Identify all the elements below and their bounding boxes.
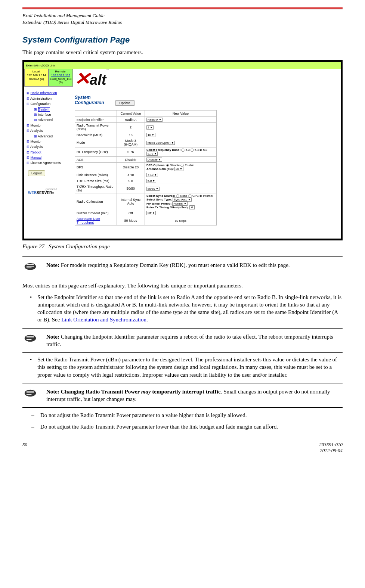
nav-advanced[interactable]: Advanced xyxy=(38,118,53,122)
antenna-gain-label: Antenna Gain (dB): xyxy=(146,167,174,171)
figure-caption-text: System Configuration page xyxy=(49,243,109,249)
flywheel-label: Fly Wheel Period: xyxy=(146,202,171,205)
antenna-gain-dropdown[interactable]: 20 xyxy=(174,167,183,171)
svg-rect-1 xyxy=(27,264,34,265)
webserver-logo: goahead WEBSERVER® xyxy=(28,187,75,195)
row-aggregate-cur: 80 Mbps xyxy=(117,216,145,225)
logout-button[interactable]: Logout xyxy=(28,170,45,176)
tab-local-title: Local: xyxy=(25,70,47,74)
screenshot-figure: ExtendAir rc5005 Link Local: 192.168.1.1… xyxy=(22,60,343,240)
sync-source-opts[interactable]: ◯ None ◯ GPS ◉ Internal xyxy=(176,194,213,197)
row-mode-label: Mode xyxy=(75,138,117,147)
page-heading: System Configuration Page xyxy=(22,35,343,45)
note3-text: Note: Changing Radio Transmit Power may … xyxy=(46,388,343,403)
nav-analysis2[interactable]: Analysis xyxy=(30,145,43,149)
nav-license[interactable]: License Agreements xyxy=(31,161,61,165)
nav-administration[interactable]: Administration xyxy=(30,97,52,100)
intro-text: This page contains several critical syst… xyxy=(22,49,343,56)
bandwidth-dropdown[interactable]: 16 xyxy=(146,133,155,137)
goahead-text: goahead xyxy=(28,187,75,191)
note-block-3: Note: Changing Radio Transmit Power may … xyxy=(22,386,343,405)
row-txpower-label: Radio Transmit Power (dBm) xyxy=(75,123,117,132)
bullet-1: Set the Endpoint Identifier so that one … xyxy=(22,293,343,324)
note1-body: For models requiring a Regulatory Domain… xyxy=(59,262,290,268)
footer-date: 2012-09-04 xyxy=(319,448,343,454)
tx-offset-input[interactable]: 0 xyxy=(189,205,195,209)
nav-advanced2[interactable]: Advanced xyxy=(38,134,53,138)
panel-title: System Configuration xyxy=(75,95,112,105)
note1-prefix: Note: xyxy=(46,262,59,268)
header-line1: Exalt Installation and Management Guide xyxy=(22,12,343,19)
row-txpower-cur: 2 xyxy=(117,123,145,132)
row-linkdist-cur: < 10 xyxy=(117,172,145,178)
tab-local[interactable]: Local: 192.168.1.114 Radio A (A) xyxy=(24,69,49,87)
note3-prefix2: temporarily interrupt traffic xyxy=(151,389,221,395)
row-acs-label: ACS xyxy=(75,157,117,163)
row-aggregate-label[interactable]: Aggregate User Throughput xyxy=(77,217,100,224)
tab-remote[interactable]: Remote: 192.168.1.113 Exalt_5005_113 (B) xyxy=(49,69,73,87)
sub2-text: Do not adjust the Radio Transmit Power p… xyxy=(40,423,278,430)
freq-band-opts[interactable]: ◯ 5.3 ◯ 5.4 ◉ 5.8 xyxy=(181,148,207,152)
note-icon xyxy=(22,261,46,273)
sync-type-dropdown[interactable]: Sync Auto xyxy=(173,197,192,202)
acs-dropdown[interactable]: Disable xyxy=(146,158,162,162)
sub-item-1: – Do not adjust the Radio Transmit Power… xyxy=(31,411,343,419)
row-txrx-label: TX/RX Throughput Ratio (%) xyxy=(75,184,117,193)
dfs-opts[interactable]: ◉ Disable ◯ Enable xyxy=(166,164,194,167)
dash-icon: – xyxy=(31,423,40,430)
row-buzzer-cur: Off xyxy=(117,210,145,216)
row-colloc-cur: Internal Sync Auto xyxy=(117,193,145,210)
nav-analysis[interactable]: Analysis xyxy=(30,129,43,133)
update-button[interactable]: Update xyxy=(115,100,134,106)
nav-reboot[interactable]: Reboot xyxy=(31,150,41,154)
row-dfs-cur: Disable 20 xyxy=(117,163,145,172)
txpower-dropdown[interactable]: 2 xyxy=(146,125,154,130)
row-tddframe-cur: 5.0 xyxy=(117,178,145,184)
rule-red xyxy=(22,7,343,9)
note-block-1: Note: For models requiring a Regulatory … xyxy=(22,260,343,275)
bullet1-text-b: . xyxy=(146,317,148,323)
exalt-logo: ✕alt™ xyxy=(75,69,109,89)
nav-interface[interactable]: Interface xyxy=(38,113,51,116)
nav-tree: ⊠ Radio Information ⊞ Administration ⊟ C… xyxy=(24,90,75,165)
nav-monitor2[interactable]: Monitor xyxy=(31,140,42,143)
svg-rect-2 xyxy=(27,266,34,267)
flywheel-dropdown[interactable]: Normal xyxy=(172,202,188,206)
freq-band-label: Select Frequency Band: xyxy=(146,148,180,152)
sync-type-label: Select Sync Type: xyxy=(146,198,172,201)
buzzer-dropdown[interactable]: Off xyxy=(146,211,156,215)
svg-rect-9 xyxy=(27,391,34,392)
tddframe-dropdown[interactable]: 5.0 xyxy=(146,179,156,183)
nav-radio-info[interactable]: Radio Information xyxy=(31,91,57,95)
divider xyxy=(22,352,343,353)
tx-offset-label: Enter Tx Timing Offset(uSec): xyxy=(146,206,189,209)
footer-docnum: 203591-010 xyxy=(319,442,343,448)
dash-icon: – xyxy=(31,411,40,419)
svg-rect-11 xyxy=(27,394,32,395)
nav-configuration[interactable]: Configuration xyxy=(31,102,51,106)
link-orientation[interactable]: Link Orientation and Synchronization xyxy=(61,317,146,323)
sub-item-2: – Do not adjust the Radio Transmit Power… xyxy=(31,423,343,430)
rule-black xyxy=(22,9,343,9)
tab-local-ip: 192.168.1.114 xyxy=(25,74,47,77)
bullet-2: Set the Radio Transmit Power (dBm) param… xyxy=(22,356,343,379)
hdr-new: New Value xyxy=(145,111,216,117)
linkdist-dropdown[interactable]: < 10 xyxy=(146,173,158,177)
nav-manual[interactable]: Manual xyxy=(31,156,42,159)
row-buzzer-label: Buzzer Timeout (min) xyxy=(75,210,117,216)
model-bar: ExtendAir rc5005 Link xyxy=(24,62,341,69)
nav-system[interactable]: System xyxy=(38,107,50,112)
tab-remote-title: Remote: xyxy=(50,70,72,74)
mode-dropdown[interactable]: Mode 3 (64QAM) xyxy=(146,141,175,145)
endpoint-dropdown[interactable]: Radio A xyxy=(146,118,163,122)
figure-caption: Figure 27 System Configuration page xyxy=(22,243,343,250)
row-colloc-label: Radio Collocation xyxy=(75,193,117,210)
txrx-dropdown[interactable]: 50/50 xyxy=(146,187,160,191)
tab-remote-ip: 192.168.1.113 xyxy=(50,74,72,77)
svg-rect-10 xyxy=(27,392,34,393)
note-icon xyxy=(22,388,46,403)
screenshot-main: ✕alt™ System Configuration Update Curren… xyxy=(75,69,341,239)
divider xyxy=(22,256,343,257)
nav-monitor[interactable]: Monitor xyxy=(31,124,42,127)
freq-dropdown[interactable]: 5.76 xyxy=(146,152,158,156)
